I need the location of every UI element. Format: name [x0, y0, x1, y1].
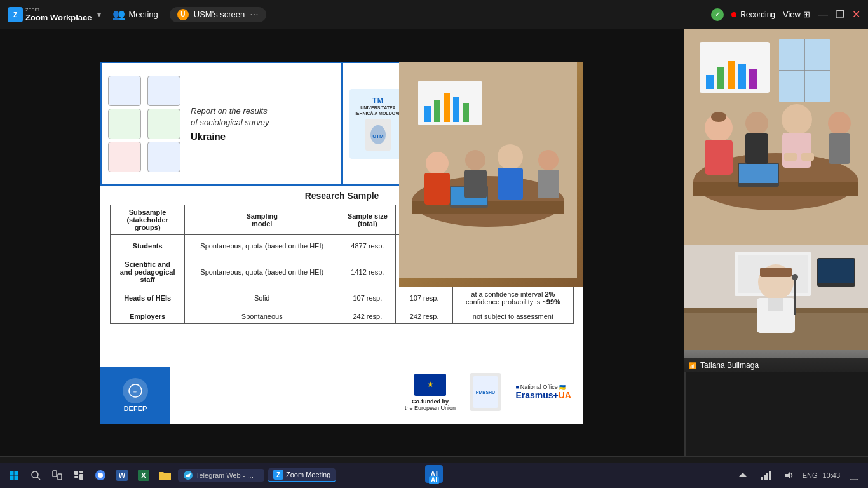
view-button[interactable]: View ⊞: [783, 10, 810, 19]
svg-text:★: ★: [427, 380, 434, 389]
top-bar-left: Z zoom Zoom Workplace ▾ 👥 Meeting U USM'…: [8, 6, 266, 23]
row-employers-accuracy: not subject to assessment: [452, 309, 573, 324]
svg-rect-125: [766, 473, 768, 480]
zoom-icon: Z: [8, 7, 23, 22]
taskbar: W X Telegram Web - Goog... Z Zoom Meetin…: [0, 463, 868, 488]
svg-rect-50: [749, 69, 757, 89]
svg-point-112: [98, 473, 103, 478]
top-bar: Z zoom Zoom Workplace ▾ 👥 Meeting U USM'…: [0, 0, 868, 29]
taskbar-telegram-app[interactable]: Telegram Web - Goog...: [178, 469, 264, 482]
ai-taskbar-button[interactable]: AI Ai: [425, 465, 443, 485]
svg-rect-108: [79, 471, 83, 473]
folder-icon[interactable]: [156, 466, 174, 484]
svg-rect-102: [15, 476, 19, 480]
row-staff-label: Scientific andand pedagogicalstaff: [111, 257, 185, 287]
svg-point-43: [828, 112, 851, 135]
window-controls: — ❐ ✕: [818, 8, 860, 20]
chrome-icon[interactable]: [92, 466, 109, 484]
logo-2: [147, 76, 180, 106]
logo-1: [108, 76, 141, 106]
close-button[interactable]: ✕: [852, 8, 860, 20]
svg-rect-128: [850, 471, 858, 480]
svg-marker-127: [785, 471, 790, 479]
svg-point-21: [538, 150, 559, 170]
row-heads-weighted: 107 resp.: [396, 287, 452, 309]
svg-point-19: [498, 144, 523, 170]
people-icon: 👥: [112, 8, 125, 20]
svg-point-37: [745, 112, 768, 135]
search-icon[interactable]: [27, 466, 44, 484]
svg-rect-48: [728, 61, 735, 89]
svg-rect-44: [829, 133, 850, 164]
svg-rect-106: [58, 474, 62, 480]
svg-rect-64: [768, 298, 783, 311]
row-employers-label: Employers: [111, 309, 185, 324]
erasmus-block: ■ National Office 🇺🇦 Erasmus+UA: [515, 384, 571, 400]
logo-4: [147, 109, 180, 139]
volume-icon[interactable]: [780, 466, 797, 484]
ukraine-section: Report on the resultsof sociological sur…: [100, 62, 342, 186]
svg-text:✏: ✏: [133, 390, 137, 394]
svg-rect-26: [444, 93, 450, 122]
zoom-logo-text: zoom Zoom Workplace: [25, 6, 92, 22]
svg-text:UTM: UTM: [372, 133, 384, 139]
excel-icon[interactable]: X: [135, 466, 153, 484]
svg-rect-100: [15, 471, 19, 475]
svg-rect-107: [74, 471, 78, 475]
svg-text:X: X: [141, 471, 146, 479]
row-staff-total: 1412 resp.: [339, 257, 396, 287]
meeting-button[interactable]: 👥 Meeting: [106, 6, 165, 23]
row-heads-total: 107 resp.: [339, 287, 396, 309]
language-indicator[interactable]: ENG: [803, 471, 818, 479]
minimize-button[interactable]: —: [818, 9, 828, 20]
taskbar-right: ENG 10:43: [734, 466, 863, 484]
svg-marker-122: [739, 473, 747, 477]
right-panel: 📶 Tatiana Bulimaga: [684, 29, 868, 456]
word-icon[interactable]: W: [113, 466, 131, 484]
svg-rect-33: [739, 164, 778, 183]
presenter-video: 📶 Tatiana Bulimaga: [684, 245, 868, 372]
taskbar-zoom-app[interactable]: Z Zoom Meeting: [268, 468, 336, 482]
svg-rect-46: [706, 75, 714, 89]
row-employers-weighted: 242 resp.: [396, 309, 452, 324]
svg-rect-109: [74, 476, 78, 478]
row-heads-model: Solid: [185, 287, 339, 309]
logo-6: [147, 142, 180, 172]
table-row: Employers Spontaneous 242 resp. 242 resp…: [111, 309, 574, 324]
col-subsample: Subsample(stakeholdergroups): [111, 205, 185, 235]
chevron-down-icon[interactable]: ▾: [97, 10, 101, 19]
svg-point-15: [426, 152, 449, 175]
taskview-icon[interactable]: [48, 466, 66, 484]
svg-rect-123: [761, 477, 763, 480]
svg-rect-101: [10, 476, 14, 480]
restore-button[interactable]: ❐: [836, 8, 844, 20]
windows-start-icon[interactable]: [5, 466, 23, 484]
svg-text:Z: Z: [13, 11, 17, 18]
tab-options-icon[interactable]: ···: [250, 9, 258, 20]
svg-rect-18: [464, 170, 487, 198]
tray-arrow-icon[interactable]: [734, 466, 752, 484]
network-icon[interactable]: [757, 466, 775, 484]
svg-rect-38: [745, 133, 768, 164]
svg-rect-24: [424, 106, 431, 122]
ukraine-logos: [108, 76, 184, 172]
svg-rect-59: [818, 259, 854, 283]
screen-share-tab[interactable]: U USM's screen ···: [170, 7, 266, 22]
notification-icon[interactable]: [845, 466, 863, 484]
presenter-name-tag: 📶 Tatiana Bulimaga: [684, 358, 868, 372]
svg-rect-49: [738, 64, 746, 89]
table-row: Heads of HEIs Solid 107 resp. 107 resp. …: [111, 287, 574, 309]
row-staff-model: Spontaneous, quota (based on the HEI): [185, 257, 339, 287]
eu-block: ★ Co-funded by the European Union: [405, 374, 456, 411]
svg-rect-16: [424, 173, 450, 205]
row-heads-accuracy: at a confidence interval 2%confidence pr…: [452, 287, 573, 309]
svg-point-103: [32, 471, 38, 478]
svg-rect-126: [769, 471, 771, 480]
screen-share-area: Report on the resultsof sociological sur…: [0, 29, 684, 456]
widgets-icon[interactable]: [70, 466, 88, 484]
taskbar-time: 10:43: [822, 471, 840, 479]
zoom-logo[interactable]: Z zoom Zoom Workplace ▾: [8, 6, 101, 22]
row-heads-label: Heads of HEIs: [111, 287, 185, 309]
top-bar-right: ✓ Recording View ⊞ — ❐ ✕: [711, 8, 860, 21]
slide-container: Report on the resultsof sociological sur…: [100, 62, 583, 424]
